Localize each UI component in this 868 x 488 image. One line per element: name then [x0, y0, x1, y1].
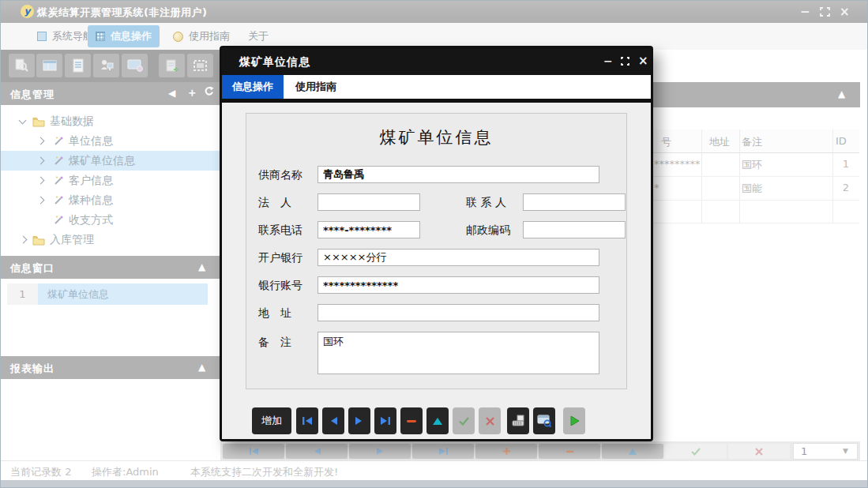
chevron-right-icon[interactable] [20, 236, 28, 244]
info-mgmt-panel-header[interactable]: 信息管理 ◀ ＋ [1, 82, 220, 105]
collapse-left-icon[interactable]: ◀ [168, 88, 175, 99]
dialog-body: 煤矿单位信息 供商名称 法 人 联 系 人 联系电话 邮政编码 开户银行 银行账… [222, 103, 651, 439]
dialog-tab-user-guide[interactable]: 使用指南 [284, 75, 348, 99]
monitor-icon[interactable] [122, 54, 148, 77]
pager-first-button[interactable] [223, 444, 284, 459]
delete-record-button[interactable] [400, 407, 423, 434]
note-textarea[interactable]: 国环 [318, 332, 599, 374]
search-document-icon[interactable] [9, 54, 35, 77]
add-record-button[interactable]: 增加 [252, 407, 291, 434]
form-title: 煤矿单位信息 [246, 126, 626, 148]
pager-prev-button[interactable] [286, 444, 348, 459]
chevron-right-icon[interactable] [37, 177, 45, 185]
close-button[interactable]: × [840, 6, 850, 17]
tree-item-warehouse-mgmt[interactable]: 入库管理 [1, 230, 220, 250]
selection-icon[interactable] [187, 54, 213, 77]
window-list-item[interactable]: 煤矿单位信息 [38, 283, 208, 305]
run-button[interactable] [563, 407, 585, 434]
supplier-input[interactable] [318, 166, 599, 183]
col-account-partial[interactable]: 号 [661, 135, 671, 149]
legal-person-label: 法 人 [258, 196, 291, 210]
prev-record-button[interactable] [322, 407, 344, 434]
chevron-right-icon[interactable] [37, 157, 45, 165]
minimize-button[interactable]: − [800, 6, 810, 17]
chevron-right-icon[interactable] [37, 137, 45, 145]
report-output-panel-header[interactable]: 报表输出 ▲ [1, 356, 220, 379]
bank-label: 开户银行 [258, 251, 302, 265]
address-input[interactable] [318, 304, 599, 321]
tab-user-guide[interactable]: 使用指南 [165, 25, 238, 47]
legal-person-input[interactable] [318, 193, 420, 211]
preview-button[interactable] [533, 407, 555, 434]
tree-item-coal-mine-unit-info[interactable]: 煤矿单位信息 [1, 151, 220, 171]
wand-icon [53, 194, 64, 209]
tree-item-payment-method[interactable]: 收支方式 [1, 210, 220, 230]
tab-about[interactable]: 关于 [240, 25, 276, 47]
pager-cancel-button[interactable] [728, 444, 790, 459]
dialog-maximize-icon[interactable] [621, 56, 629, 67]
pager-next-button[interactable] [349, 444, 411, 459]
info-window-panel-header[interactable]: 信息窗口 ▲ [1, 256, 220, 279]
phone-label: 联系电话 [258, 223, 302, 238]
document-icon[interactable] [65, 54, 91, 77]
tree-item-unit-info[interactable]: 单位信息 [1, 131, 220, 151]
pager-edit-button[interactable] [602, 444, 663, 459]
dialog-tab-info-operation[interactable]: 信息操作 [222, 75, 284, 99]
pager-last-button[interactable] [412, 444, 474, 459]
tree-item-customer-info[interactable]: 客户信息 [1, 171, 220, 190]
next-record-button[interactable] [348, 407, 370, 434]
keyboard-button[interactable] [507, 407, 529, 434]
refresh-icon[interactable] [204, 86, 214, 99]
form-panel: 煤矿单位信息 供商名称 法 人 联 系 人 联系电话 邮政编码 开户银行 银行账… [246, 113, 627, 389]
address-label: 地 址 [258, 306, 291, 321]
window-list-item-num: 1 [7, 283, 38, 305]
chevron-down-icon: ▼ [843, 447, 848, 455]
tab-info-operation[interactable]: 信息操作 [88, 25, 160, 47]
pager-delete-button[interactable] [539, 444, 600, 459]
collapse-up-icon[interactable]: ▲ [198, 362, 205, 373]
bank-account-label: 银行账号 [258, 279, 302, 293]
pager-add-button[interactable] [475, 444, 537, 459]
app-logo-icon: y [21, 5, 34, 18]
app-title: 煤炭结算开票管理系统(非注册用户) [37, 6, 207, 20]
page-select[interactable]: 1 ▼ [793, 443, 858, 460]
chevron-right-icon[interactable] [37, 197, 45, 205]
contact-person-input[interactable] [523, 193, 626, 211]
first-record-button[interactable] [296, 407, 318, 434]
collapse-up-icon[interactable]: ▲ [838, 88, 845, 99]
edit-record-button[interactable] [426, 407, 449, 434]
main-titlebar: y 煤炭结算开票管理系统(非注册用户) − × [1, 1, 868, 23]
restore-icon[interactable] [820, 7, 830, 18]
dialog-close-button[interactable]: × [638, 55, 648, 66]
dialog-tabbar: 信息操作 使用指南 [222, 75, 651, 99]
phone-input[interactable] [318, 221, 420, 238]
chevron-down-icon[interactable] [19, 117, 27, 125]
collapse-up-icon[interactable]: ▲ [198, 261, 205, 272]
add-node-icon[interactable]: ＋ [186, 86, 197, 100]
col-id[interactable]: ID [836, 135, 847, 147]
dialog-title: 煤矿单位信息 [239, 55, 310, 69]
bank-input[interactable] [318, 249, 599, 266]
table-row-note: 国环 [742, 158, 762, 172]
document-add-icon[interactable] [159, 54, 185, 77]
cancel-button[interactable] [479, 407, 501, 434]
confirm-button[interactable] [453, 407, 475, 434]
col-note[interactable]: 备注 [742, 135, 762, 149]
user-computer-icon[interactable] [93, 54, 119, 77]
wand-icon [53, 175, 64, 190]
col-address[interactable]: 地址 [709, 135, 730, 149]
wand-icon [53, 135, 64, 150]
pager-confirm-button[interactable] [665, 444, 727, 459]
last-record-button[interactable] [374, 407, 396, 434]
tree-item-basic-data[interactable]: 基础数据 [1, 111, 220, 131]
panel-icon [37, 32, 47, 41]
table-row-account: * [654, 182, 659, 193]
bank-account-input[interactable] [318, 276, 599, 294]
postal-code-input[interactable] [523, 221, 626, 238]
form-window-icon[interactable] [36, 54, 62, 77]
main-toolbar [1, 50, 220, 82]
dialog-minimize-button[interactable]: − [603, 55, 613, 66]
record-count: 当前记录数 2 [10, 465, 71, 479]
table-row-account: ********* [654, 158, 701, 170]
tree-item-coal-type-info[interactable]: 煤种信息 [1, 190, 220, 210]
